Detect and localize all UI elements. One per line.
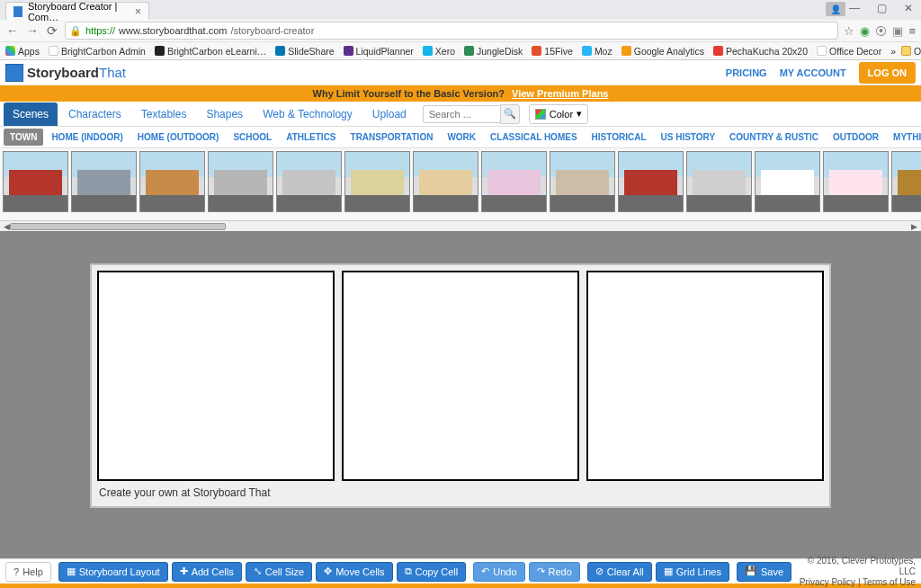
nav-forward-icon[interactable]: → (25, 23, 40, 38)
extension-icon[interactable]: ◉ (860, 24, 870, 38)
help-button[interactable]: ?Help (5, 562, 51, 582)
privacy-link[interactable]: Privacy Policy (800, 577, 855, 587)
nav-reload-icon[interactable]: ⟳ (45, 23, 59, 38)
bookmark-item[interactable]: BrightCarbon eLearni… (155, 46, 266, 57)
address-bar: ← → ⟳ 🔒 https://www.storyboardthat.com/s… (0, 20, 921, 41)
terms-link[interactable]: Terms of Use (863, 577, 916, 587)
redo-button[interactable]: ↷Redo (529, 562, 580, 582)
scene-thumb[interactable] (891, 151, 921, 212)
scene-thumb[interactable] (755, 151, 820, 212)
cat-classical-homes[interactable]: CLASSICAL HOMES (484, 129, 584, 146)
bookmarks-apps[interactable]: Apps (5, 46, 40, 57)
cat-town[interactable]: TOWN (4, 129, 43, 146)
other-bookmarks[interactable]: Other bookmarks (901, 46, 921, 57)
storyboard-layout-button[interactable]: ▦Storyboard Layout (58, 562, 168, 582)
tab-shapes[interactable]: Shapes (197, 102, 252, 126)
storyboard-cell[interactable] (586, 271, 824, 481)
add-cells-button[interactable]: ✚Add Cells (172, 562, 242, 582)
cat-transportation[interactable]: TRANSPORTATION (344, 129, 440, 146)
cat-country-rustic[interactable]: COUNTRY & RUSTIC (723, 129, 825, 146)
extension-icon[interactable]: ▣ (892, 24, 903, 38)
scene-category-nav: TOWN HOME (INDOOR) HOME (OUTDOOR) SCHOOL… (0, 127, 921, 148)
scene-thumb[interactable] (618, 151, 684, 212)
bookmark-item[interactable]: SlideShare (275, 46, 334, 57)
tab-textables[interactable]: Textables (132, 102, 196, 126)
extension-icon[interactable]: ⦿ (875, 24, 887, 38)
color-dropdown[interactable]: Color ▾ (529, 104, 588, 124)
bookmark-label: PechaKucha 20x20 (726, 46, 808, 57)
save-button[interactable]: 💾Save (737, 562, 791, 582)
cat-outdoor[interactable]: OUTDOOR (827, 129, 885, 146)
cat-athletics[interactable]: ATHLETICS (280, 129, 342, 146)
scene-thumb[interactable] (550, 151, 615, 212)
cell-size-button[interactable]: ⤡Cell Size (246, 562, 312, 582)
site-logo[interactable]: StoryboardThat (5, 64, 126, 82)
scene-strip-scrollbar[interactable]: ◀ ▶ (0, 220, 921, 231)
bookmark-label: BrightCarbon Admin (61, 46, 146, 57)
window-maximize-icon[interactable] (872, 2, 890, 14)
tab-web-technology[interactable]: Web & Technology (254, 102, 362, 126)
star-icon[interactable]: ☆ (844, 24, 854, 38)
color-swatch-icon (535, 109, 546, 120)
search-input[interactable] (423, 105, 500, 123)
scene-thumb[interactable] (481, 151, 547, 212)
cat-historical[interactable]: HISTORICAL (586, 129, 653, 146)
tab-scenes[interactable]: Scenes (4, 102, 58, 126)
cat-home-indoor[interactable]: HOME (INDOOR) (45, 129, 129, 146)
tab-close-icon[interactable]: × (135, 5, 141, 18)
scene-thumb[interactable] (413, 151, 478, 212)
scene-thumb[interactable] (3, 151, 68, 212)
bookmark-label: Office Decor (829, 46, 881, 57)
scene-thumb[interactable] (686, 151, 752, 212)
search-button[interactable]: 🔍 (500, 104, 520, 124)
scene-thumb[interactable] (344, 151, 410, 212)
scene-thumb[interactable] (139, 151, 205, 212)
chrome-menu-icon[interactable]: ≡ (908, 24, 916, 38)
scene-thumb[interactable] (276, 151, 342, 212)
browser-tab[interactable]: Storyboard Creator | Com… × (5, 2, 149, 20)
scene-thumb[interactable] (71, 151, 137, 212)
cat-work[interactable]: WORK (441, 129, 482, 146)
tab-upload[interactable]: Upload (363, 102, 416, 126)
tab-characters[interactable]: Characters (59, 102, 130, 126)
bookmark-item[interactable]: 15Five (532, 46, 573, 57)
storyboard-cell[interactable] (97, 271, 335, 481)
cat-school[interactable]: SCHOOL (227, 129, 278, 146)
bookmark-item[interactable]: LiquidPlanner (344, 46, 414, 57)
url-domain: www.storyboardthat.com (119, 25, 227, 36)
storyboard-cell[interactable] (342, 271, 579, 481)
cat-mythical-futuristic[interactable]: MYTHICAL & FUTURISTIC (887, 129, 921, 146)
bookmark-item[interactable]: Moz (582, 46, 613, 57)
bookmark-item[interactable]: Xero (423, 46, 455, 57)
url-input[interactable]: 🔒 https://www.storyboardthat.com/storybo… (65, 22, 838, 40)
window-controls (845, 2, 917, 14)
bookmarks-overflow[interactable]: » (890, 46, 896, 57)
scene-thumb[interactable] (823, 151, 889, 212)
bookmark-item[interactable]: Office Decor (817, 46, 881, 57)
move-cells-button[interactable]: ✥Move Cells (316, 562, 392, 582)
chrome-user-icon[interactable] (826, 2, 845, 16)
pricing-link[interactable]: PRICING (726, 67, 767, 78)
bookmark-item[interactable]: BrightCarbon Admin (49, 46, 146, 57)
nav-back-icon[interactable]: ← (5, 23, 20, 38)
logon-button[interactable]: LOG ON (859, 62, 916, 84)
cat-home-outdoor[interactable]: HOME (OUTDOOR) (131, 129, 226, 146)
scroll-left-icon[interactable]: ◀ (4, 222, 10, 231)
copy-cell-button[interactable]: ⧉Copy Cell (397, 562, 467, 582)
scrollbar-thumb[interactable] (10, 223, 226, 230)
promo-link[interactable]: View Premium Plans (512, 88, 608, 99)
scroll-right-icon[interactable]: ▶ (911, 222, 917, 231)
bookmark-item[interactable]: PechaKucha 20x20 (713, 46, 808, 57)
grid-lines-button[interactable]: ▦Grid Lines (656, 562, 729, 582)
footer-sep: | (855, 577, 863, 587)
undo-button[interactable]: ↶Undo (473, 562, 524, 582)
scene-thumb[interactable] (208, 151, 273, 212)
window-close-icon[interactable] (899, 2, 917, 14)
bookmark-item[interactable]: JungleDisk (464, 46, 523, 57)
bookmark-item[interactable]: Google Analytics (621, 46, 704, 57)
myaccount-link[interactable]: MY ACCOUNT (780, 67, 846, 78)
cat-us-history[interactable]: US HISTORY (655, 129, 722, 146)
main-nav: Scenes Characters Textables Shapes Web &… (0, 102, 921, 127)
window-minimize-icon[interactable] (845, 2, 863, 14)
clear-all-button[interactable]: ⊘Clear All (587, 562, 652, 582)
